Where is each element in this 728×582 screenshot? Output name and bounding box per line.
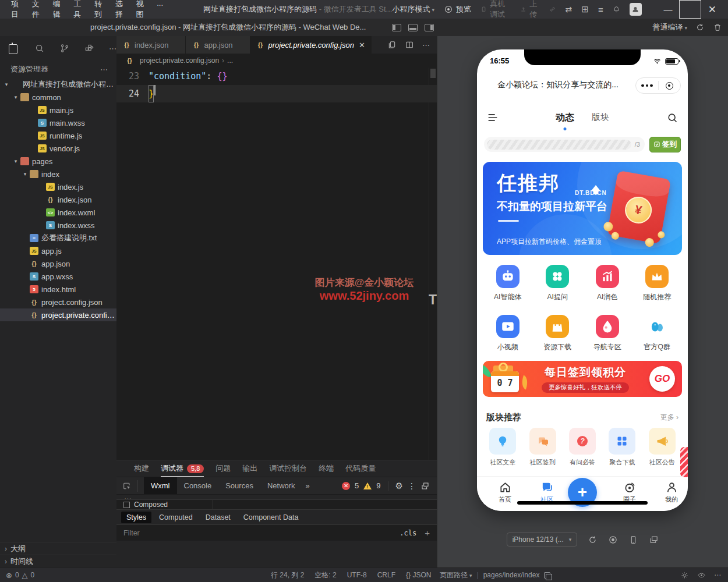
indent-setting[interactable]: 空格: 2 bbox=[314, 570, 336, 580]
tree-item[interactable]: ▾ common bbox=[0, 91, 116, 104]
forum-tab[interactable]: 版块 bbox=[592, 112, 609, 124]
error-count[interactable]: 5 bbox=[355, 481, 359, 490]
timeline-section[interactable]: ›时间线 bbox=[0, 555, 116, 567]
app-grid-item[interactable]: 官方Q群 bbox=[632, 315, 683, 352]
boards-more-link[interactable]: 更多 › bbox=[660, 413, 678, 423]
devtools-more-icon[interactable]: » bbox=[302, 481, 313, 490]
composed-checkbox[interactable] bbox=[123, 502, 130, 508]
compare-icon[interactable]: ⇄ bbox=[566, 5, 572, 14]
tree-item[interactable]: ▾ pages bbox=[0, 155, 116, 168]
outline-section[interactable]: ›大纲 bbox=[0, 542, 116, 555]
toggle-editor-icon[interactable] bbox=[408, 24, 418, 31]
status-more-icon[interactable]: ⋯ bbox=[714, 571, 721, 579]
devtools-tab[interactable]: Console bbox=[177, 477, 219, 494]
app-grid-item[interactable]: AI提问 bbox=[533, 265, 583, 302]
close-tab-icon[interactable]: ✕ bbox=[359, 41, 365, 49]
git-branch-icon[interactable] bbox=[59, 43, 70, 54]
style-tab[interactable]: Styles bbox=[121, 512, 151, 523]
app-grid-item[interactable]: AI润色 bbox=[582, 265, 632, 302]
board-item[interactable]: 社区公告 bbox=[642, 428, 682, 467]
debug-tab[interactable]: 调试控制台 bbox=[269, 460, 307, 477]
board-item[interactable]: ? 有问必答 bbox=[563, 428, 602, 467]
copy-path-icon[interactable] bbox=[544, 572, 550, 579]
app-grid-item[interactable]: AI智能体 bbox=[483, 265, 533, 302]
debug-tab[interactable]: 输出 bbox=[242, 460, 257, 477]
eol-setting[interactable]: CRLF bbox=[377, 571, 395, 579]
tabbar-item[interactable]: 我的 bbox=[656, 481, 687, 504]
status-warning-icon[interactable]: △ bbox=[22, 571, 28, 580]
activity-more-icon[interactable]: ⋯ bbox=[109, 44, 116, 53]
debug-tab[interactable]: 终端 bbox=[319, 460, 334, 477]
explorer-actions-icon[interactable]: ⋯ bbox=[100, 65, 108, 74]
style-tab[interactable]: Dataset bbox=[200, 512, 236, 523]
close-button[interactable]: ✕ bbox=[701, 0, 723, 19]
bell-icon[interactable] bbox=[613, 4, 620, 15]
debug-tab[interactable]: 代码质量 bbox=[345, 460, 376, 477]
capsule-more-icon[interactable] bbox=[636, 84, 658, 87]
search-icon[interactable] bbox=[34, 43, 45, 54]
filter-input[interactable] bbox=[123, 529, 400, 537]
editor-scrollbar[interactable]: T bbox=[429, 68, 437, 460]
editor-tab[interactable]: project.private.config.json ✕ bbox=[250, 36, 372, 54]
compile-mode-selector[interactable]: 普通编译▾ bbox=[652, 22, 687, 33]
restart-icon[interactable] bbox=[588, 535, 598, 545]
tree-item[interactable]: app.js bbox=[0, 244, 116, 257]
avatar[interactable] bbox=[630, 3, 642, 16]
page-path-value[interactable]: pages/index/index bbox=[483, 571, 540, 579]
tree-item[interactable]: app.wxss bbox=[0, 270, 116, 283]
multi-window-icon[interactable] bbox=[649, 535, 659, 545]
tree-item[interactable]: index.html bbox=[0, 283, 116, 296]
scroll-thumb[interactable] bbox=[430, 69, 436, 78]
tree-item[interactable]: ▾ index bbox=[0, 168, 116, 180]
editor-more-icon[interactable]: ⋯ bbox=[422, 41, 430, 49]
devtools-tab[interactable]: Wxml bbox=[144, 477, 177, 494]
more-menu-icon[interactable]: ≡ bbox=[598, 5, 603, 15]
editor-tab[interactable]: app.json ✕ bbox=[186, 36, 250, 54]
explorer-icon[interactable] bbox=[9, 43, 20, 54]
tree-item[interactable]: index.js bbox=[0, 180, 116, 193]
toggle-simulator-icon[interactable] bbox=[392, 24, 401, 31]
debug-tab[interactable]: 构建 bbox=[134, 460, 149, 477]
devtools-settings-icon[interactable]: ⚙ bbox=[395, 481, 403, 491]
status-error-icon[interactable]: ⊗ bbox=[6, 571, 12, 580]
device-selector[interactable]: iPhone 12/13 (...▾ bbox=[507, 533, 578, 546]
debug-tab[interactable]: 调试器 5,8 bbox=[161, 460, 204, 477]
tree-item[interactable]: main.js bbox=[0, 104, 116, 116]
debug-tab[interactable]: 问题 bbox=[215, 460, 231, 477]
clear-cache-icon[interactable] bbox=[713, 23, 722, 32]
language-mode[interactable]: {} JSON bbox=[406, 571, 431, 579]
capsule-close-icon[interactable] bbox=[659, 82, 681, 90]
undock-icon[interactable] bbox=[420, 481, 430, 491]
code-editor[interactable]: 23 "condition": {} 24 } 图片来源@金小颖论坛 www.5… bbox=[116, 68, 437, 460]
watch-icon[interactable] bbox=[697, 571, 706, 580]
minimize-button[interactable]: — bbox=[657, 0, 679, 19]
upload-button[interactable]: 上传 bbox=[520, 0, 540, 20]
link-icon[interactable] bbox=[549, 5, 556, 14]
page-path-label[interactable]: 页面路径▾ bbox=[440, 570, 472, 580]
tree-item[interactable]: main.wxss bbox=[0, 116, 116, 129]
add-style-icon[interactable]: + bbox=[425, 528, 430, 538]
app-grid-item[interactable]: 资源下载 bbox=[533, 315, 583, 352]
go-button[interactable]: GO bbox=[649, 366, 675, 392]
tree-item[interactable]: app.json bbox=[0, 257, 116, 270]
board-item[interactable]: 社区签到 bbox=[522, 428, 562, 467]
devtools-menu-icon[interactable]: ⋮ bbox=[408, 481, 416, 491]
ad-banner[interactable]: 任推邦 DT.BD.CN 不扣量的项目拉新平台 APP项目拉新首码价格、佣金置顶… bbox=[483, 162, 682, 255]
tree-item[interactable]: index.wxml bbox=[0, 206, 116, 219]
inspect-element-icon[interactable] bbox=[122, 481, 132, 491]
tree-item[interactable]: project.config.json bbox=[0, 296, 116, 308]
devtools-tab[interactable]: Network bbox=[260, 477, 302, 494]
style-tab[interactable]: Computed bbox=[154, 512, 198, 523]
daily-signin-banner[interactable]: 0 7 每日签到领积分 更多惊喜好礼，狂欢送不停 GO bbox=[483, 361, 682, 397]
app-grid-item[interactable]: 随机推荐 bbox=[632, 265, 683, 302]
floating-widget[interactable] bbox=[680, 447, 688, 477]
cls-button[interactable]: .cls bbox=[400, 529, 416, 537]
tree-item[interactable]: runtime.js bbox=[0, 129, 116, 142]
device-icon[interactable] bbox=[628, 535, 638, 545]
warning-count[interactable]: 9 bbox=[376, 481, 380, 490]
style-tab[interactable]: Component Data bbox=[238, 512, 304, 523]
tree-item[interactable]: ▾ 网址直接打包成微信小程序的源码 bbox=[0, 78, 116, 91]
mode-selector[interactable]: 小程序模式▾ bbox=[392, 4, 434, 15]
tree-item[interactable]: vendor.js bbox=[0, 142, 116, 155]
breadcrumb[interactable]: project.private.config.json › ... bbox=[116, 54, 437, 68]
